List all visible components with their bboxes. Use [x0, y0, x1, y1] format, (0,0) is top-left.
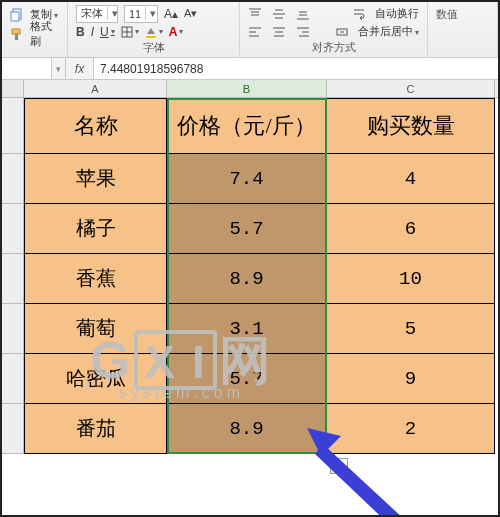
chevron-down-icon: ▾ [107, 7, 117, 20]
column-headers: A B C [2, 80, 498, 98]
row-header[interactable] [2, 154, 24, 204]
fill-color-button[interactable] [145, 26, 163, 38]
cell[interactable]: 价格（元/斤） [167, 98, 327, 154]
cell[interactable]: 橘子 [24, 204, 167, 254]
table-row: 香蕉 8.9 10 [2, 254, 498, 304]
wrap-text-icon[interactable] [353, 8, 365, 20]
italic-button[interactable]: I [91, 25, 94, 39]
align-top-icon[interactable] [248, 8, 262, 20]
chevron-down-icon: ▾ [145, 7, 155, 20]
select-all-corner[interactable] [2, 80, 24, 97]
cell[interactable]: 5.7 [167, 204, 327, 254]
row-header[interactable] [2, 204, 24, 254]
cell[interactable]: 9 [327, 354, 495, 404]
cell[interactable]: 7.4 [167, 154, 327, 204]
wrap-text-button[interactable]: 自动换行 [375, 6, 419, 21]
cell[interactable]: 3.1 [167, 304, 327, 354]
col-header-A[interactable]: A [24, 80, 167, 97]
formula-input[interactable]: 7.44801918596788 [94, 58, 498, 79]
table-row: 苹果 7.4 4 [2, 154, 498, 204]
align-center-icon[interactable] [272, 26, 286, 38]
copy-icon[interactable] [10, 8, 24, 22]
formula-bar: ▾ fx 7.44801918596788 [2, 58, 498, 80]
row-header[interactable] [2, 354, 24, 404]
format-painter-icon[interactable] [10, 27, 24, 41]
group-font-label: 字体 [76, 40, 231, 57]
name-box[interactable] [2, 58, 52, 79]
cell[interactable]: 哈密瓜 [24, 354, 167, 404]
underline-button[interactable]: U [100, 25, 115, 39]
cell[interactable]: 8.9 [167, 254, 327, 304]
paste-options-icon[interactable]: ▦ [330, 458, 348, 474]
bold-button[interactable]: B [76, 25, 85, 39]
align-right-icon[interactable] [296, 26, 310, 38]
row-header[interactable] [2, 404, 24, 454]
group-align-label: 对齐方式 [248, 40, 419, 57]
table-row: 哈密瓜 5.7 9 [2, 354, 498, 404]
align-bottom-icon[interactable] [296, 8, 310, 20]
grid: 名称 价格（元/斤） 购买数量 苹果 7.4 4 橘子 5.7 6 香蕉 8.9… [2, 98, 498, 454]
table-row: 葡萄 3.1 5 [2, 304, 498, 354]
font-size-select[interactable]: 11 ▾ [124, 5, 158, 23]
row-header[interactable] [2, 254, 24, 304]
row-header[interactable] [2, 98, 24, 154]
col-header-C[interactable]: C [327, 80, 495, 97]
cell[interactable]: 香蕉 [24, 254, 167, 304]
cell[interactable]: 苹果 [24, 154, 167, 204]
svg-marker-29 [315, 444, 487, 517]
table-row: 番茄 8.9 2 [2, 404, 498, 454]
cell[interactable]: 番茄 [24, 404, 167, 454]
increase-font-icon[interactable]: A▴ [164, 7, 178, 21]
cell[interactable]: 购买数量 [327, 98, 495, 154]
col-header-B[interactable]: B [167, 80, 327, 97]
number-group-label: 数值 [436, 7, 458, 22]
svg-rect-7 [146, 36, 156, 38]
name-box-dropdown[interactable]: ▾ [52, 58, 66, 79]
table-row: 橘子 5.7 6 [2, 204, 498, 254]
svg-rect-2 [12, 29, 20, 34]
fx-button[interactable]: fx [66, 58, 94, 79]
cell[interactable]: 4 [327, 154, 495, 204]
cell[interactable]: 5 [327, 304, 495, 354]
merge-center-button[interactable]: 合并后居中 [358, 24, 419, 39]
table-row: 名称 价格（元/斤） 购买数量 [2, 98, 498, 154]
font-size-value: 11 [125, 8, 145, 20]
spreadsheet: A B C 名称 价格（元/斤） 购买数量 苹果 7.4 4 橘子 5.7 6 … [2, 80, 498, 454]
row-header[interactable] [2, 304, 24, 354]
border-button[interactable] [121, 26, 139, 38]
svg-rect-3 [15, 34, 18, 40]
cell[interactable]: 6 [327, 204, 495, 254]
font-name-select[interactable]: 宋体 ▾ [76, 5, 118, 23]
align-middle-icon[interactable] [272, 8, 286, 20]
merge-icon[interactable] [336, 26, 348, 38]
cell[interactable]: 葡萄 [24, 304, 167, 354]
ribbon: 复制 格式刷 宋体 ▾ 11 ▾ A▴ A▾ B I U [2, 2, 498, 58]
font-name-value: 宋体 [77, 6, 107, 21]
svg-rect-1 [11, 12, 19, 21]
cell[interactable]: 2 [327, 404, 495, 454]
align-left-icon[interactable] [248, 26, 262, 38]
cell[interactable]: 名称 [24, 98, 167, 154]
font-color-button[interactable]: A [169, 25, 184, 39]
decrease-font-icon[interactable]: A▾ [184, 7, 197, 20]
cell[interactable]: 10 [327, 254, 495, 304]
cell[interactable]: 5.7 [167, 354, 327, 404]
cell[interactable]: 8.9 [167, 404, 327, 454]
